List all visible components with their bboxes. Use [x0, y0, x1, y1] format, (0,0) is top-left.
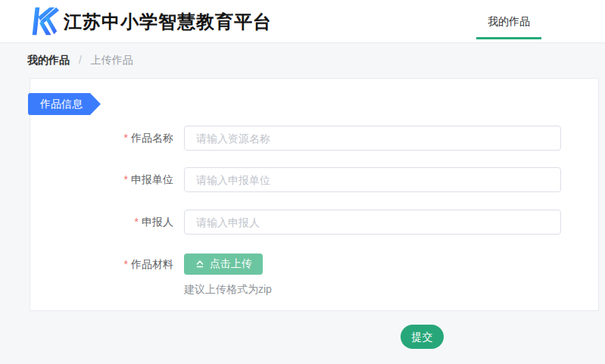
- work-info-card: 作品信息 *作品名称 *申报单位 *申报人 *作品材料 点击上传 建议上传格式为…: [30, 78, 599, 311]
- upload-button-label: 点击上传: [210, 257, 252, 271]
- tab-active-underline: [476, 37, 541, 39]
- declaring-unit-label: *申报单位: [30, 167, 173, 192]
- header: 江苏中小学智慧教育平台 我的作品: [0, 0, 605, 43]
- submit-button[interactable]: 提交: [401, 325, 444, 349]
- platform-logo-icon: [27, 5, 59, 37]
- breadcrumb-my-works[interactable]: 我的作品: [27, 54, 70, 66]
- required-asterisk: *: [124, 258, 128, 270]
- section-title-badge: 作品信息: [28, 93, 101, 115]
- upload-icon: [195, 259, 205, 269]
- breadcrumb-upload-work: 上传作品: [91, 54, 133, 66]
- required-asterisk: *: [124, 132, 128, 144]
- work-name-label: *作品名称: [30, 126, 173, 151]
- tab-my-works[interactable]: 我的作品: [476, 0, 541, 42]
- declaring-unit-input[interactable]: [184, 167, 561, 192]
- work-materials-label: *作品材料: [30, 254, 173, 275]
- breadcrumb: 我的作品 / 上传作品: [27, 54, 133, 66]
- breadcrumb-separator: /: [79, 54, 82, 66]
- work-name-input[interactable]: [184, 126, 561, 151]
- required-asterisk: *: [124, 173, 128, 185]
- page-title: 江苏中小学智慧教育平台: [64, 0, 272, 43]
- upload-button[interactable]: 点击上传: [184, 254, 263, 275]
- upload-format-hint: 建议上传格式为zip: [184, 282, 272, 296]
- declarant-input[interactable]: [184, 210, 561, 235]
- declarant-label: *申报人: [30, 210, 173, 235]
- required-asterisk: *: [135, 216, 139, 228]
